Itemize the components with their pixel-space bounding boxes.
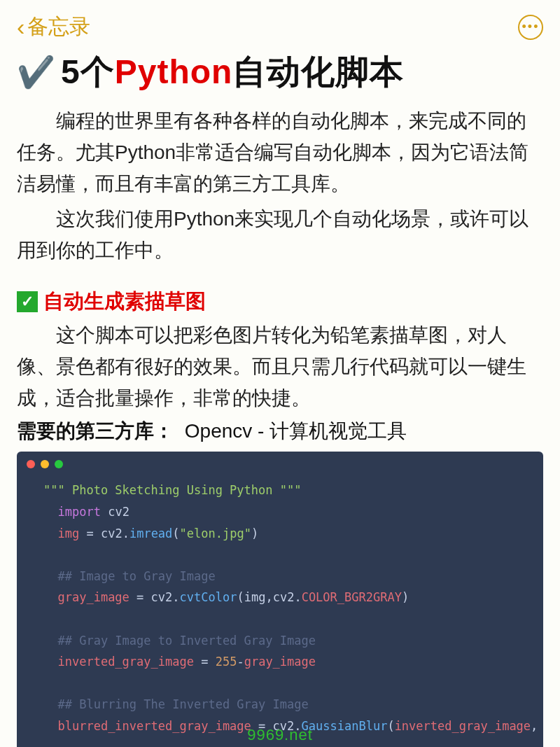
back-button[interactable]: ‹ 备忘录: [17, 13, 90, 41]
code-body: """ Photo Sketching Using Python """ imp…: [17, 475, 543, 747]
ellipsis-icon: •••: [522, 20, 540, 34]
note-title: 5个Python自动化脚本: [61, 50, 404, 95]
title-row: ✔️ 5个Python自动化脚本: [17, 50, 543, 95]
more-button[interactable]: •••: [518, 15, 543, 40]
libraries-line: 需要的第三方库： Opencv - 计算机视觉工具: [17, 418, 543, 445]
code-block: """ Photo Sketching Using Python """ imp…: [17, 452, 543, 747]
window-max-icon: [55, 460, 63, 468]
section-heading: ✓ 自动生成素描草图: [17, 288, 543, 316]
checkmark-icon: ✔️: [17, 54, 55, 90]
title-suffix: 自动化脚本: [232, 53, 404, 90]
intro-paragraph-2: 这次我们使用Python来实现几个自动化场景，或许可以用到你的工作中。: [17, 204, 543, 267]
window-dots: [17, 452, 543, 475]
lib-label: 需要的第三方库：: [17, 420, 174, 442]
title-prefix: 5个: [61, 53, 115, 90]
intro-paragraph-1: 编程的世界里有各种各样的自动化脚本，来完成不同的任务。尤其Python非常适合编…: [17, 106, 543, 200]
title-highlight: Python: [115, 53, 233, 90]
watermark: 9969.net: [247, 726, 313, 744]
lib-value: Opencv - 计算机视觉工具: [185, 420, 407, 442]
section-title: 自动生成素描草图: [43, 288, 206, 316]
note-content: ✔️ 5个Python自动化脚本 编程的世界里有各种各样的自动化脚本，来完成不同…: [0, 50, 560, 747]
window-close-icon: [27, 460, 35, 468]
header-bar: ‹ 备忘录 •••: [0, 0, 560, 50]
section-description: 这个脚本可以把彩色图片转化为铅笔素描草图，对人像、景色都有很好的效果。而且只需几…: [17, 320, 543, 414]
window-min-icon: [41, 460, 49, 468]
chevron-left-icon: ‹: [17, 13, 24, 41]
back-label: 备忘录: [27, 13, 90, 41]
check-box-icon: ✓: [17, 291, 38, 312]
